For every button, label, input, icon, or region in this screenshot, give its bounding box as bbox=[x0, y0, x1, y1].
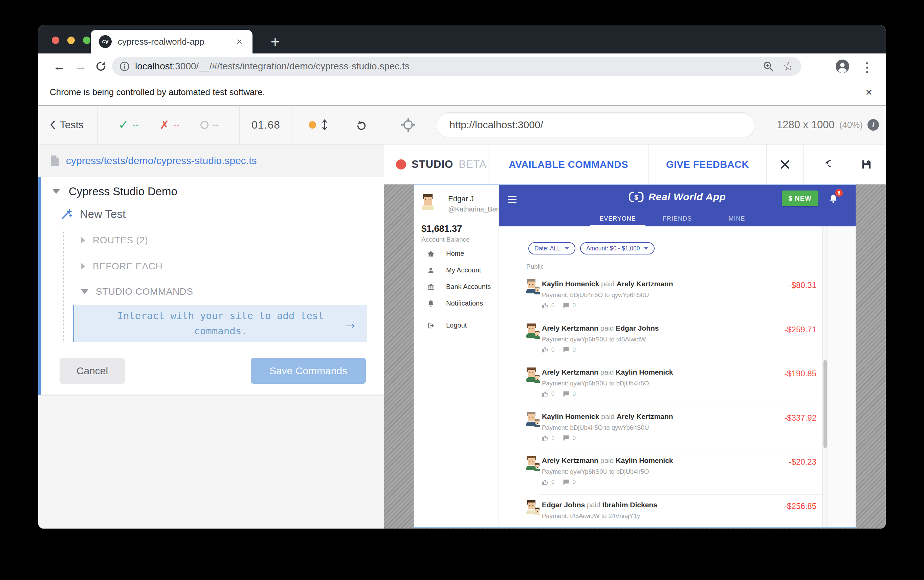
like-count: 0 bbox=[551, 302, 554, 309]
like-count: 1 bbox=[551, 435, 554, 442]
browser-window: cy cypress-realworld-app × + ← → localho… bbox=[38, 25, 886, 529]
tab-friends[interactable]: FRIENDS bbox=[647, 211, 707, 226]
app-url-input[interactable]: http://localhost:3000/ bbox=[436, 112, 756, 137]
test-title[interactable]: New Test bbox=[80, 208, 125, 221]
sidebar-item-bank-accounts[interactable]: Bank Accounts bbox=[414, 278, 499, 295]
new-transaction-button[interactable]: $ NEW bbox=[782, 191, 819, 206]
new-tab-button[interactable]: + bbox=[264, 31, 286, 53]
viewport-info-icon[interactable]: i bbox=[868, 119, 879, 131]
before-each-expand-caret-icon[interactable] bbox=[81, 263, 85, 270]
studio-restart-button[interactable] bbox=[804, 145, 847, 185]
tree-guide-line bbox=[63, 231, 64, 343]
routes-expand-caret-icon[interactable] bbox=[81, 237, 85, 244]
url-text: localhost:3000/__/#/tests/integration/de… bbox=[135, 61, 757, 72]
suite-title[interactable]: Cypress Studio Demo bbox=[69, 185, 177, 198]
transaction-amount: -$190.85 bbox=[784, 369, 816, 378]
comment-icon[interactable] bbox=[563, 346, 569, 353]
amount-filter-chip[interactable]: Amount: $0 - $1,000 bbox=[580, 242, 655, 254]
comment-icon[interactable] bbox=[563, 391, 569, 397]
reload-icon[interactable] bbox=[95, 61, 107, 72]
chrome-menu-icon[interactable] bbox=[865, 61, 870, 74]
banner-close-icon[interactable]: × bbox=[865, 86, 872, 99]
transaction-row[interactable]: Arely Kertzmann paid Kaylin Homenick Pay… bbox=[499, 450, 822, 495]
spec-file-link[interactable]: cypress/tests/demo/cypress-studio.spec.t… bbox=[66, 155, 257, 166]
like-icon[interactable] bbox=[542, 346, 548, 353]
profile-avatar-icon[interactable] bbox=[836, 59, 849, 73]
transaction-row[interactable]: Kaylin Homenick paid Arely Kertzmann Pay… bbox=[499, 274, 822, 318]
cancel-button[interactable]: Cancel bbox=[59, 358, 125, 384]
reporter-footer bbox=[38, 395, 384, 529]
restart-tests-icon[interactable] bbox=[356, 119, 367, 131]
rwa-title: Real World App bbox=[649, 191, 726, 203]
list-scrollbar-thumb[interactable] bbox=[824, 360, 827, 448]
rwa-logo-icon: $ bbox=[629, 191, 644, 203]
sidebar-item-home[interactable]: Home bbox=[414, 246, 499, 262]
transaction-row[interactable]: Edgar Johns paid Ibrahim Dickens Payment… bbox=[499, 495, 822, 527]
transaction-amount: -$259.71 bbox=[784, 325, 816, 334]
feed-filters: Date: ALL Amount: $0 - $1,000 bbox=[528, 242, 655, 254]
transaction-title: Arely Kertzmann paid Kaylin Homenick bbox=[542, 456, 673, 465]
zoom-icon[interactable] bbox=[763, 61, 774, 72]
sidebar-item-notifications[interactable]: Notifications bbox=[414, 295, 499, 311]
real-world-app: Edgar J @Katharina_Bernier $1,681.37 Acc… bbox=[414, 185, 856, 527]
comment-count: 0 bbox=[572, 479, 575, 486]
list-scrollbar[interactable] bbox=[822, 226, 828, 527]
browser-tab[interactable]: cy cypress-realworld-app × bbox=[91, 30, 252, 53]
bookmark-star-icon[interactable]: ☆ bbox=[783, 60, 794, 72]
feed-tabs: EVERYONE FRIENDS MINE bbox=[499, 211, 856, 226]
available-commands-link[interactable]: AVAILABLE COMMANDS bbox=[488, 145, 649, 185]
like-icon[interactable] bbox=[542, 479, 548, 486]
date-filter-chip[interactable]: Date: ALL bbox=[528, 242, 575, 254]
transaction-row[interactable]: Arely Kertzmann paid Edgar Johns Payment… bbox=[499, 318, 822, 362]
sidebar-item-my-account[interactable]: My Account bbox=[414, 262, 499, 278]
address-bar[interactable]: localhost:3000/__/#/tests/integration/de… bbox=[112, 57, 801, 76]
transaction-title: Kaylin Homenick paid Arely Kertzmann bbox=[542, 412, 673, 421]
forward-icon[interactable]: → bbox=[75, 59, 87, 73]
suite-collapse-caret-icon[interactable] bbox=[53, 189, 60, 194]
before-each-section-label[interactable]: BEFORE EACH bbox=[93, 261, 163, 272]
notifications-button[interactable]: 8 bbox=[827, 192, 841, 205]
comment-count: 0 bbox=[572, 435, 575, 442]
stat-pending: -- bbox=[200, 120, 219, 130]
studio-close-button[interactable] bbox=[767, 145, 804, 185]
sidebar-item-logout[interactable]: Logout bbox=[414, 317, 499, 334]
auto-scroll-toggle[interactable] bbox=[309, 119, 328, 131]
tab-everyone[interactable]: EVERYONE bbox=[588, 211, 647, 226]
routes-section-label[interactable]: ROUTES (2) bbox=[93, 235, 148, 246]
comment-icon[interactable] bbox=[563, 479, 569, 486]
comment-icon[interactable] bbox=[563, 435, 569, 441]
transaction-detail: Payment: qywYp6hS0U to bDjUb4ir5O bbox=[542, 380, 649, 387]
traffic-light-zoom[interactable] bbox=[83, 36, 91, 44]
receiver-avatar bbox=[534, 375, 540, 383]
chrome-toolbar: ← → localhost:3000/__/#/tests/integratio… bbox=[38, 53, 886, 79]
back-icon[interactable]: ← bbox=[53, 59, 65, 73]
viewport-zoom: (40%) bbox=[839, 120, 863, 130]
like-icon[interactable] bbox=[542, 435, 548, 441]
like-icon[interactable] bbox=[542, 391, 548, 397]
give-feedback-link[interactable]: GIVE FEEDBACK bbox=[649, 145, 767, 185]
traffic-light-close[interactable] bbox=[52, 36, 59, 44]
page-scrollbar[interactable] bbox=[828, 226, 856, 527]
studio-commands-section-label[interactable]: STUDIO COMMANDS bbox=[96, 286, 193, 297]
comment-icon[interactable] bbox=[563, 303, 569, 309]
studio-commands-caret-icon[interactable] bbox=[81, 289, 88, 294]
tab-close-icon[interactable]: × bbox=[234, 36, 244, 48]
chevron-left-icon bbox=[50, 120, 55, 130]
failed-count: -- bbox=[173, 120, 180, 130]
url-host: localhost bbox=[135, 61, 173, 71]
screenshot-root: cy cypress-realworld-app × + ← → localho… bbox=[0, 0, 924, 580]
transaction-row[interactable]: Arely Kertzmann paid Kaylin Homenick Pay… bbox=[499, 362, 822, 406]
back-to-tests-label: Tests bbox=[60, 119, 84, 131]
traffic-light-minimize[interactable] bbox=[68, 36, 75, 44]
save-commands-button[interactable]: Save Commands bbox=[251, 358, 366, 384]
back-to-tests-button[interactable]: Tests bbox=[38, 105, 98, 144]
transaction-row[interactable]: Kaylin Homenick paid Arely Kertzmann Pay… bbox=[499, 406, 822, 451]
logout-icon bbox=[427, 322, 435, 329]
bell-icon bbox=[427, 300, 435, 307]
comment-count: 0 bbox=[572, 346, 575, 353]
studio-save-button[interactable] bbox=[847, 145, 886, 185]
page-info-icon[interactable] bbox=[119, 61, 130, 71]
selector-playground-icon[interactable] bbox=[401, 118, 415, 132]
like-icon[interactable] bbox=[542, 303, 548, 309]
tab-mine[interactable]: MINE bbox=[707, 211, 767, 226]
